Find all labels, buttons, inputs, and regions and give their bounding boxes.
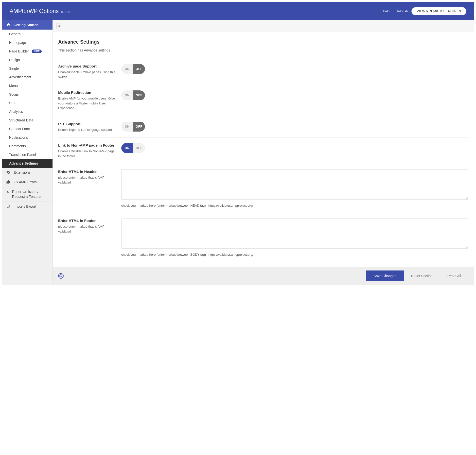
sidebar-item-single[interactable]: Single [2,64,53,73]
html-header-textarea[interactable] [121,169,468,200]
app-title: AMPforWP Options [10,8,59,15]
rtl-support-toggle[interactable]: ON OFF [121,122,145,132]
sidebar-item-translation-panel[interactable]: Translation Panel [2,151,53,159]
sidebar-item-report-issue[interactable]: Report an Issue / Request a Feature [2,187,53,202]
sidebar-item-social[interactable]: Social [2,90,53,99]
mobile-redirection-desc: Enable AMP for your mobile users. Give y… [58,96,116,111]
svg-rect-1 [59,26,60,27]
html-footer-hint: check your markup here (enter markup bet… [121,253,468,256]
reset-section-button[interactable]: Reset Section [404,270,440,281]
sidebar-item-notifications[interactable]: Notifications [2,133,53,142]
sidebar-item-advertisement[interactable]: Advertisement [2,73,53,82]
mobile-redirection-toggle[interactable]: ON OFF [121,90,145,100]
nonamp-link-desc: Enable / Disable Link to Non-AMP page in… [58,149,116,158]
sidebar-item-comments[interactable]: Comments [2,142,53,151]
sidebar-item-getting-started[interactable]: Getting Started [2,20,53,30]
sidebar-item-seo[interactable]: SEO [2,99,53,107]
mobile-redirection-label: Mobile Redirection [58,90,116,95]
nonamp-link-toggle[interactable]: ON OFF [121,143,145,153]
sidebar-item-analytics[interactable]: Analytics [2,107,53,116]
sidebar: Getting Started General Homepage Page Bu… [2,20,53,285]
view-premium-button[interactable]: VIEW PREMIUM FEATURES [411,7,466,15]
reset-all-button[interactable]: Reset All [440,270,468,281]
sidebar-item-advance-settings[interactable]: Advance Settings [2,159,53,168]
archive-support-toggle[interactable]: ON OFF [121,64,145,74]
html-footer-desc: please enter markup that is AMP validate… [58,224,116,234]
archive-support-label: Archive page Support [58,64,116,68]
main-toolbar [53,20,474,32]
html-footer-label: Enter HTML in Footer [58,219,116,223]
gear-icon [6,170,11,175]
sidebar-item-homepage[interactable]: Homepage [2,38,53,47]
html-header-hint: check your markup here (enter markup bet… [121,204,468,207]
rtl-support-label: RTL Support [58,122,116,126]
sidebar-item-menu[interactable]: Menu [2,82,53,90]
new-badge: NEW [32,50,41,53]
github-icon[interactable] [58,273,64,279]
app-version: 0.9.53 [61,10,70,14]
sidebar-item-structured-data[interactable]: Structured Data [2,116,53,125]
sidebar-item-page-builder[interactable]: Page Builder NEW [2,47,53,56]
sidebar-label: Getting Started [14,23,38,27]
page-title: Advance Settings [58,39,468,45]
html-header-desc: please enter markup that is AMP validate… [58,175,116,185]
sidebar-item-general[interactable]: General [2,30,53,38]
html-footer-textarea[interactable] [121,219,468,249]
save-changes-button[interactable]: Save Changes [366,270,404,281]
home-icon [6,23,11,27]
sidebar-item-fix-errors[interactable]: Fix AMP Errors [2,177,53,187]
sidebar-item-import-export[interactable]: Import / Export [2,202,53,211]
warning-icon [6,190,9,194]
header-bar: AMPforWP Options 0.9.53 Help | Tutorials… [2,2,474,20]
refresh-icon [6,204,11,209]
help-link[interactable]: Help [383,9,390,13]
html-header-label: Enter HTML in Header [58,169,116,174]
sidebar-item-extensions[interactable]: Extensions [2,168,53,177]
sidebar-item-design[interactable]: Design [2,56,53,64]
expand-panel-button[interactable] [56,23,62,29]
archive-support-desc: Enable/Disable Archive pages using this … [58,70,116,79]
page-subtitle: This section has Advance settings [58,48,468,52]
rtl-support-desc: Enable Right to Left language support [58,127,116,132]
nonamp-link-label: Link to Non-AMP page in Footer [58,143,116,147]
header-divider: | [392,9,393,13]
sidebar-item-contact-form[interactable]: Contact Form [2,125,53,133]
tutorials-link[interactable]: Tutorials [396,9,408,13]
thumbs-up-icon [6,180,11,184]
